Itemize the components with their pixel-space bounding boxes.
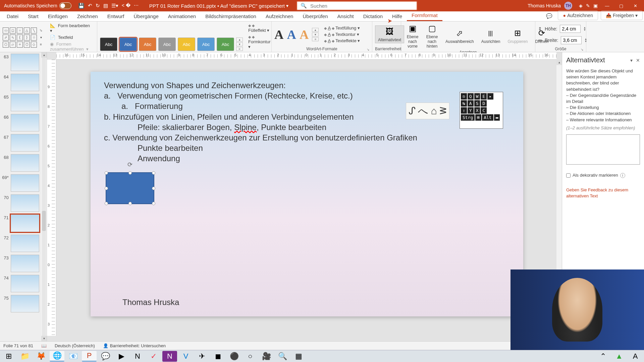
vlc-icon[interactable]: ▶ bbox=[114, 351, 129, 362]
start-from-beginning-icon[interactable]: ▤ bbox=[103, 3, 108, 9]
slide-thumbnail[interactable] bbox=[11, 134, 39, 152]
qat-more-icon[interactable]: ⋯ bbox=[134, 3, 139, 9]
diamond-icon[interactable]: ◈ bbox=[579, 3, 583, 8]
slide-text-body[interactable]: Verwendung von Shapes und Zeichenwerkzeu… bbox=[104, 80, 417, 164]
slide-thumbnail[interactable] bbox=[11, 174, 39, 192]
launcher-icon[interactable]: ↘ bbox=[367, 48, 369, 51]
slide-thumbnail[interactable] bbox=[11, 194, 39, 212]
decorative-checkbox[interactable] bbox=[566, 173, 571, 178]
network-icon[interactable]: ▲ bbox=[612, 351, 627, 362]
touch-mode-icon[interactable]: ☰▾ bbox=[111, 3, 118, 9]
shape-styles-gallery[interactable]: Abc Abc Abc Abc Abc Abc Abc ▴▾≡ bbox=[100, 38, 243, 51]
zoom-icon[interactable]: 🎥 bbox=[259, 351, 274, 362]
tab-ansicht[interactable]: Ansicht bbox=[333, 11, 359, 21]
window-icon[interactable]: ▣ bbox=[593, 3, 598, 8]
slide-thumbnail[interactable] bbox=[11, 295, 39, 312]
stack-icon[interactable]: ▦ bbox=[291, 351, 306, 362]
slide-thumbnail[interactable] bbox=[11, 255, 39, 272]
pane-close-icon[interactable]: ✕ bbox=[636, 58, 640, 63]
ink-scribble-image[interactable]: ᔑ へ ⌂ ᕒ bbox=[406, 103, 449, 119]
resize-handle[interactable] bbox=[105, 171, 108, 175]
app-icon[interactable]: ◼ bbox=[211, 351, 225, 362]
accessibility-status[interactable]: 👤Barrierefreiheit: Untersuchen bbox=[103, 343, 166, 348]
text-effects-menu[interactable]: A Texteffekte ▾ bbox=[324, 38, 360, 43]
save-icon[interactable]: 💾 bbox=[78, 3, 85, 9]
telegram-icon[interactable]: ✈ bbox=[195, 351, 209, 362]
style-swatch-black[interactable]: Abc bbox=[100, 38, 117, 51]
alttext-button[interactable]: 🖼 Alternativtext bbox=[375, 25, 404, 44]
autosave-toggle[interactable] bbox=[59, 2, 71, 9]
minimize-button[interactable]: — bbox=[600, 1, 614, 11]
style-swatch-yellow[interactable]: Abc bbox=[178, 38, 195, 51]
language-status[interactable]: Deutsch (Österreich) bbox=[55, 343, 95, 348]
tray-more-icon[interactable]: A bbox=[628, 351, 643, 362]
search-box[interactable]: 🔍 bbox=[297, 1, 417, 10]
tab-animationen[interactable]: Animationen bbox=[163, 11, 201, 21]
firefox-icon[interactable]: 🦊 bbox=[34, 351, 48, 362]
bring-forward-button[interactable]: ▣Ebene nach vorne bbox=[404, 23, 421, 49]
height-input[interactable] bbox=[560, 25, 581, 33]
resize-handle[interactable] bbox=[152, 171, 155, 175]
resize-handle[interactable] bbox=[128, 171, 132, 175]
spellcheck-icon[interactable]: 📖 bbox=[41, 343, 47, 348]
scroll-up-icon[interactable]: ▴ bbox=[556, 60, 562, 65]
record-button[interactable]: ●Aufzeichnen bbox=[558, 11, 598, 20]
tab-bildschirm[interactable]: Bildschirmpräsentation bbox=[201, 11, 261, 21]
text-fill-menu[interactable]: A Textfüllung ▾ bbox=[324, 25, 360, 31]
share-button[interactable]: 📤Freigeben▾ bbox=[601, 11, 643, 20]
edit-shape-menu[interactable]: 📐 Form bearbeiten ▾ bbox=[49, 23, 94, 34]
powerpoint-icon[interactable]: P bbox=[82, 351, 97, 362]
tab-aufzeichnen[interactable]: Aufzeichnen bbox=[261, 11, 298, 21]
chevron-down-icon[interactable]: ▾ bbox=[286, 3, 288, 8]
width-spinner[interactable]: ▲▼ bbox=[584, 38, 587, 43]
rotate-handle-icon[interactable]: ⟳ bbox=[127, 161, 132, 168]
redo-icon[interactable]: ↻ bbox=[96, 3, 100, 9]
tab-datei[interactable]: Datei bbox=[2, 11, 23, 21]
alttext-textarea[interactable] bbox=[566, 134, 640, 165]
comments-icon[interactable]: 💬 bbox=[542, 11, 556, 21]
slide-editor[interactable]: 1615141312111098765432101234567891011121… bbox=[47, 52, 562, 341]
style-swatch-orange[interactable]: Abc bbox=[139, 38, 156, 51]
style-swatch-lightblue[interactable]: Abc bbox=[197, 38, 215, 51]
slide-thumbnail[interactable] bbox=[11, 74, 39, 91]
tab-formformat[interactable]: Formformat bbox=[407, 10, 442, 21]
selection-pane-button[interactable]: ⬀Auswahlbereich bbox=[443, 27, 477, 45]
file-explorer-icon[interactable]: 📁 bbox=[17, 351, 32, 362]
height-spinner[interactable]: ▲▼ bbox=[583, 26, 586, 31]
style-swatch-gray[interactable]: Abc bbox=[158, 38, 176, 51]
todoist-icon[interactable]: ✓ bbox=[146, 351, 161, 362]
resize-handle[interactable] bbox=[152, 202, 155, 205]
slide-thumbnail[interactable] bbox=[11, 154, 39, 172]
maximize-button[interactable]: ▢ bbox=[614, 1, 628, 11]
tab-start[interactable]: Start bbox=[23, 11, 43, 21]
align-button[interactable]: ⫼Ausrichten bbox=[479, 27, 503, 45]
shapes-gallery[interactable]: ▭◻○△╲⬂ ⬀⬁{}☆▾ ⬠▱✧⬡◇≡ bbox=[3, 27, 44, 48]
tab-uebergaenge[interactable]: Übergänge bbox=[129, 11, 163, 21]
style-swatch-blue[interactable]: Abc bbox=[119, 38, 137, 51]
slide-footer-author[interactable]: Thomas Hruska bbox=[122, 298, 179, 307]
slide-thumbnail[interactable] bbox=[11, 215, 39, 232]
obs-icon[interactable]: ⚫ bbox=[227, 351, 241, 362]
shape-outline-menu[interactable]: Formkontur ▾ bbox=[248, 34, 271, 49]
pen-icon[interactable]: ✎ bbox=[586, 3, 590, 8]
info-icon[interactable]: i bbox=[620, 173, 625, 178]
slide-thumbnail[interactable] bbox=[11, 235, 39, 252]
tab-zeichnen[interactable]: Zeichnen bbox=[72, 11, 103, 21]
circle-icon[interactable]: ○ bbox=[243, 351, 258, 362]
tab-einfuegen[interactable]: Einfügen bbox=[43, 11, 72, 21]
undo-icon[interactable]: ↶ bbox=[88, 3, 92, 9]
width-input[interactable] bbox=[561, 36, 582, 44]
tab-ueberpruefen[interactable]: Überprüfen bbox=[298, 11, 332, 21]
teams-icon[interactable]: 💬 bbox=[98, 351, 113, 362]
textbox-button[interactable]: 📄 Textfeld bbox=[49, 35, 94, 40]
send-backward-button[interactable]: ▢Ebene nach hinten bbox=[423, 23, 441, 49]
windows-taskbar[interactable]: ⊞ 📁 🦊 🌐 📧 P 💬 ▶ N ✓ N V ✈ ◼ ⚫ ○ 🎥 🔍 ▦ ⌃ … bbox=[0, 350, 644, 362]
chrome-icon[interactable]: 🌐 bbox=[50, 351, 64, 362]
style-swatch-green[interactable]: Abc bbox=[217, 38, 234, 51]
slide-thumbnails-panel[interactable]: 63646566676869*707172737475 ▴ ▾ bbox=[0, 52, 47, 341]
outlook-icon[interactable]: 📧 bbox=[66, 351, 80, 362]
magnifier-icon[interactable]: 🔍 bbox=[275, 351, 290, 362]
scroll-down-icon[interactable]: ▾ bbox=[41, 336, 47, 341]
resize-handle[interactable] bbox=[152, 187, 155, 190]
tab-dictation[interactable]: Dictation bbox=[359, 11, 387, 21]
